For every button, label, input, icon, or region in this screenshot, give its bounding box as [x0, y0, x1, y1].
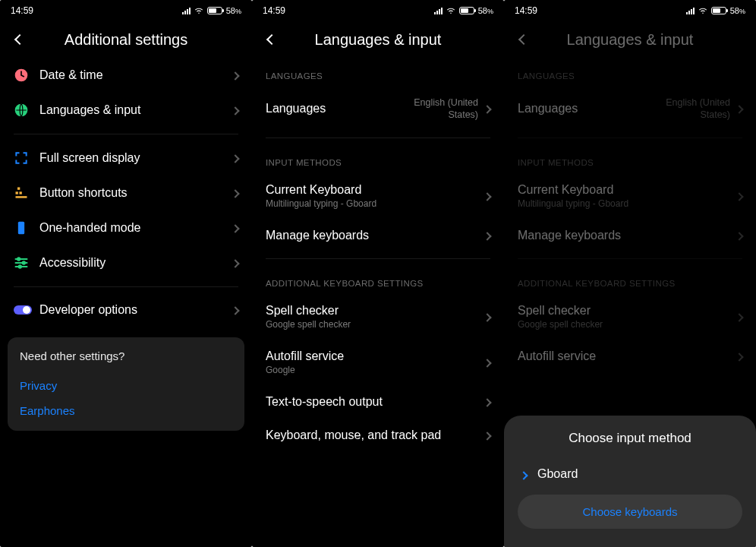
chevron-right-icon — [232, 186, 238, 200]
wifi-icon — [194, 6, 203, 15]
sheet-title: Choose input method — [518, 431, 742, 446]
signal-icon — [434, 8, 443, 14]
svg-point-7 — [17, 258, 20, 260]
chevron-right-icon — [484, 102, 490, 115]
row-label: Keyboard, mouse, and track pad — [266, 428, 478, 442]
wifi-icon — [446, 6, 455, 15]
row-label: Spell checker — [518, 304, 730, 318]
row-autofill-service[interactable]: Autofill service Google — [252, 340, 504, 385]
battery-percent: 58% — [226, 6, 241, 15]
row-manage-keyboards: Manage keyboards — [504, 219, 756, 252]
chevron-right-icon — [232, 151, 238, 165]
link-earphones[interactable]: Earphones — [20, 398, 232, 423]
card-heading: Need other settings? — [20, 349, 232, 362]
clock-icon — [14, 68, 39, 83]
other-settings-card: Need other settings? Privacy Earphones — [8, 337, 244, 431]
row-label: Manage keyboards — [266, 229, 478, 242]
row-languages-input[interactable]: Languages & input — [0, 93, 252, 128]
row-label: Current Keyboard — [518, 183, 730, 197]
chevron-right-icon — [484, 189, 490, 203]
battery-icon — [207, 7, 222, 14]
svg-rect-3 — [16, 191, 18, 194]
row-languages[interactable]: Languages English (United States) — [252, 87, 504, 131]
divider — [14, 286, 238, 287]
chevron-right-icon — [484, 395, 490, 409]
row-spell-checker: Spell checker Google spell checker — [504, 294, 756, 340]
signal-icon — [182, 8, 191, 14]
toggle-icon — [14, 304, 39, 316]
status-icons: 58% — [434, 6, 493, 15]
row-date-time[interactable]: Date & time — [0, 58, 252, 93]
row-tts-output[interactable]: Text-to-speech output — [252, 385, 504, 419]
row-label: Languages & input — [39, 103, 226, 117]
svg-rect-4 — [20, 191, 22, 194]
pane-choose-input-method: 14:59 58% Languages & input LANGUAGES La… — [504, 0, 756, 547]
wifi-icon — [698, 6, 707, 15]
section-input-methods: INPUT METHODS — [504, 144, 756, 173]
svg-rect-5 — [16, 196, 27, 198]
row-label: Spell checker — [266, 304, 478, 318]
page-title: Languages & input — [515, 31, 745, 49]
link-privacy[interactable]: Privacy — [20, 373, 232, 398]
row-current-keyboard: Current Keyboard Multilingual typing - G… — [504, 173, 756, 219]
row-label: One-handed mode — [39, 221, 226, 235]
status-bar: 14:59 58% — [504, 0, 756, 21]
chevron-right-icon — [736, 229, 742, 242]
row-value: English (United States) — [639, 96, 730, 122]
row-spell-checker[interactable]: Spell checker Google spell checker — [252, 294, 504, 340]
battery-icon — [459, 7, 474, 14]
chevron-right-icon — [736, 189, 742, 203]
divider — [266, 258, 490, 259]
row-label: Languages — [518, 102, 639, 115]
chevron-right-icon — [232, 256, 238, 270]
settings-list-dimmed: LANGUAGES Languages English (United Stat… — [504, 58, 756, 373]
chevron-right-icon — [484, 428, 490, 442]
page-header: Additional settings — [0, 21, 252, 58]
row-accessibility[interactable]: Accessibility — [0, 245, 252, 280]
svg-point-8 — [23, 261, 25, 264]
chevron-right-icon — [232, 303, 238, 317]
sheet-option-gboard[interactable]: Gboard — [518, 460, 742, 495]
row-label: Date & time — [39, 68, 226, 82]
row-label: Button shortcuts — [39, 186, 226, 200]
row-value: English (United States) — [387, 96, 478, 122]
globe-icon — [14, 103, 39, 118]
option-label: Gboard — [537, 467, 578, 481]
row-label: Accessibility — [39, 256, 226, 270]
chevron-right-icon — [521, 468, 527, 481]
status-bar: 14:59 58% — [252, 0, 504, 21]
svg-rect-6 — [18, 222, 24, 235]
row-manage-keyboards[interactable]: Manage keyboards — [252, 219, 504, 252]
row-kbd-mouse-trackpad[interactable]: Keyboard, mouse, and track pad — [252, 419, 504, 452]
fullscreen-icon — [14, 150, 39, 166]
page-header: Languages & input — [504, 21, 756, 58]
section-additional-keyboard: ADDITIONAL KEYBOARD SETTINGS — [504, 265, 756, 294]
row-label: Full screen display — [39, 151, 226, 165]
status-icons: 58% — [182, 6, 241, 15]
chevron-right-icon — [232, 221, 238, 235]
row-label: Developer options — [39, 303, 226, 317]
signal-icon — [686, 8, 695, 14]
chevron-right-icon — [484, 229, 490, 242]
settings-list: Date & time Languages & input Full scree… — [0, 58, 252, 431]
svg-rect-2 — [17, 188, 20, 190]
row-full-screen-display[interactable]: Full screen display — [0, 141, 252, 175]
row-developer-options[interactable]: Developer options — [0, 293, 252, 327]
row-one-handed-mode[interactable]: One-handed mode — [0, 210, 252, 245]
row-label: Manage keyboards — [518, 229, 730, 242]
row-sub: Multilingual typing - Gboard — [266, 198, 478, 209]
divider — [14, 134, 238, 134]
row-current-keyboard[interactable]: Current Keyboard Multilingual typing - G… — [252, 173, 504, 219]
page-title: Languages & input — [263, 31, 493, 49]
choose-keyboards-button[interactable]: Choose keyboards — [518, 495, 742, 529]
chevron-right-icon — [736, 310, 742, 324]
svg-point-11 — [23, 306, 30, 314]
phone-icon — [14, 220, 39, 236]
shortcuts-icon — [14, 185, 39, 201]
row-button-shortcuts[interactable]: Button shortcuts — [0, 175, 252, 210]
status-time: 14:59 — [263, 5, 285, 16]
settings-list: LANGUAGES Languages English (United Stat… — [252, 58, 504, 452]
status-time: 14:59 — [515, 5, 537, 16]
battery-percent: 58% — [478, 6, 493, 15]
row-sub: Google spell checker — [518, 319, 730, 330]
